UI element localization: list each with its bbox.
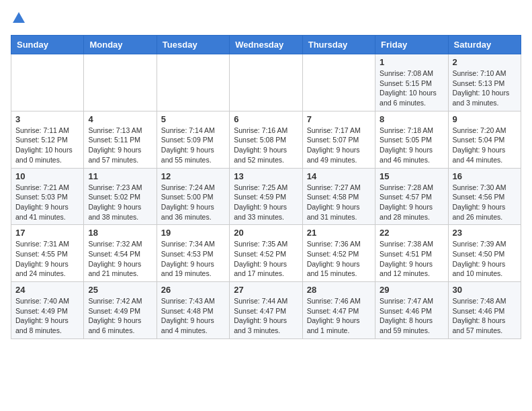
calendar-table: SundayMondayTuesdayWednesdayThursdayFrid… xyxy=(11,35,521,339)
day-info: Sunrise: 7:13 AM Sunset: 5:11 PM Dayligh… xyxy=(88,126,152,165)
day-info: Sunrise: 7:25 AM Sunset: 4:59 PM Dayligh… xyxy=(234,183,298,222)
calendar-cell: 6Sunrise: 7:16 AM Sunset: 5:08 PM Daylig… xyxy=(230,111,302,168)
calendar-cell: 2Sunrise: 7:10 AM Sunset: 5:13 PM Daylig… xyxy=(448,54,521,111)
day-number: 17 xyxy=(15,228,79,238)
calendar-cell: 29Sunrise: 7:47 AM Sunset: 4:46 PM Dayli… xyxy=(375,282,448,339)
day-number: 5 xyxy=(161,114,225,124)
calendar-cell: 5Sunrise: 7:14 AM Sunset: 5:09 PM Daylig… xyxy=(157,111,229,168)
calendar-cell xyxy=(157,54,229,111)
calendar-cell xyxy=(11,54,84,111)
day-info: Sunrise: 7:18 AM Sunset: 5:05 PM Dayligh… xyxy=(380,126,443,165)
day-info: Sunrise: 7:28 AM Sunset: 4:57 PM Dayligh… xyxy=(380,183,443,222)
day-number: 16 xyxy=(453,171,517,181)
day-number: 28 xyxy=(307,285,371,295)
day-info: Sunrise: 7:16 AM Sunset: 5:08 PM Dayligh… xyxy=(234,126,298,165)
day-number: 24 xyxy=(15,285,79,295)
calendar-cell: 8Sunrise: 7:18 AM Sunset: 5:05 PM Daylig… xyxy=(375,111,448,168)
day-number: 19 xyxy=(161,228,225,238)
col-header-friday: Friday xyxy=(375,36,448,54)
day-info: Sunrise: 7:11 AM Sunset: 5:12 PM Dayligh… xyxy=(15,126,79,165)
day-info: Sunrise: 7:44 AM Sunset: 4:47 PM Dayligh… xyxy=(234,296,298,336)
day-info: Sunrise: 7:36 AM Sunset: 4:52 PM Dayligh… xyxy=(307,239,371,279)
day-info: Sunrise: 7:48 AM Sunset: 4:46 PM Dayligh… xyxy=(453,296,517,336)
calendar-cell: 7Sunrise: 7:17 AM Sunset: 5:07 PM Daylig… xyxy=(302,111,375,168)
day-info: Sunrise: 7:31 AM Sunset: 4:55 PM Dayligh… xyxy=(15,239,79,279)
calendar-cell: 22Sunrise: 7:38 AM Sunset: 4:51 PM Dayli… xyxy=(375,225,448,282)
day-number: 9 xyxy=(453,114,517,124)
day-number: 12 xyxy=(161,171,225,181)
page-header xyxy=(11,11,521,30)
calendar-cell: 15Sunrise: 7:28 AM Sunset: 4:57 PM Dayli… xyxy=(375,168,448,225)
day-info: Sunrise: 7:23 AM Sunset: 5:02 PM Dayligh… xyxy=(88,183,152,222)
calendar-cell: 4Sunrise: 7:13 AM Sunset: 5:11 PM Daylig… xyxy=(84,111,157,168)
day-number: 7 xyxy=(307,114,371,124)
col-header-tuesday: Tuesday xyxy=(157,36,229,54)
calendar-cell: 23Sunrise: 7:39 AM Sunset: 4:50 PM Dayli… xyxy=(448,225,521,282)
col-header-sunday: Sunday xyxy=(11,36,84,54)
day-number: 21 xyxy=(307,228,371,238)
day-info: Sunrise: 7:46 AM Sunset: 4:47 PM Dayligh… xyxy=(307,296,371,336)
day-info: Sunrise: 7:39 AM Sunset: 4:50 PM Dayligh… xyxy=(453,239,517,279)
calendar-cell: 1Sunrise: 7:08 AM Sunset: 5:15 PM Daylig… xyxy=(375,54,448,111)
col-header-thursday: Thursday xyxy=(302,36,375,54)
day-info: Sunrise: 7:14 AM Sunset: 5:09 PM Dayligh… xyxy=(161,126,225,165)
day-number: 1 xyxy=(380,57,443,67)
day-info: Sunrise: 7:34 AM Sunset: 4:53 PM Dayligh… xyxy=(161,239,225,279)
calendar-cell: 13Sunrise: 7:25 AM Sunset: 4:59 PM Dayli… xyxy=(230,168,302,225)
day-info: Sunrise: 7:35 AM Sunset: 4:52 PM Dayligh… xyxy=(234,239,298,279)
calendar-cell: 26Sunrise: 7:43 AM Sunset: 4:48 PM Dayli… xyxy=(157,282,229,339)
day-number: 4 xyxy=(88,114,152,124)
day-info: Sunrise: 7:40 AM Sunset: 4:49 PM Dayligh… xyxy=(15,296,79,336)
logo xyxy=(11,11,26,30)
day-number: 10 xyxy=(15,171,79,181)
day-info: Sunrise: 7:24 AM Sunset: 5:00 PM Dayligh… xyxy=(161,183,225,222)
calendar-cell xyxy=(84,54,157,111)
day-info: Sunrise: 7:32 AM Sunset: 4:54 PM Dayligh… xyxy=(88,239,152,279)
calendar-cell: 14Sunrise: 7:27 AM Sunset: 4:58 PM Dayli… xyxy=(302,168,375,225)
col-header-wednesday: Wednesday xyxy=(230,36,302,54)
day-info: Sunrise: 7:38 AM Sunset: 4:51 PM Dayligh… xyxy=(380,239,443,279)
day-number: 26 xyxy=(161,285,225,295)
calendar-cell: 27Sunrise: 7:44 AM Sunset: 4:47 PM Dayli… xyxy=(230,282,302,339)
day-info: Sunrise: 7:17 AM Sunset: 5:07 PM Dayligh… xyxy=(307,126,371,165)
day-number: 23 xyxy=(453,228,517,238)
calendar-cell: 21Sunrise: 7:36 AM Sunset: 4:52 PM Dayli… xyxy=(302,225,375,282)
day-info: Sunrise: 7:30 AM Sunset: 4:56 PM Dayligh… xyxy=(453,183,517,222)
calendar-cell: 11Sunrise: 7:23 AM Sunset: 5:02 PM Dayli… xyxy=(84,168,157,225)
day-number: 2 xyxy=(453,57,517,67)
calendar-cell: 25Sunrise: 7:42 AM Sunset: 4:49 PM Dayli… xyxy=(84,282,157,339)
day-number: 6 xyxy=(234,114,298,124)
calendar-cell: 12Sunrise: 7:24 AM Sunset: 5:00 PM Dayli… xyxy=(157,168,229,225)
calendar-cell: 17Sunrise: 7:31 AM Sunset: 4:55 PM Dayli… xyxy=(11,225,84,282)
day-info: Sunrise: 7:21 AM Sunset: 5:03 PM Dayligh… xyxy=(15,183,79,222)
day-info: Sunrise: 7:20 AM Sunset: 5:04 PM Dayligh… xyxy=(453,126,517,165)
calendar-cell xyxy=(302,54,375,111)
svg-marker-0 xyxy=(13,12,25,23)
day-number: 8 xyxy=(380,114,443,124)
day-number: 18 xyxy=(88,228,152,238)
day-number: 29 xyxy=(380,285,443,295)
calendar-cell: 16Sunrise: 7:30 AM Sunset: 4:56 PM Dayli… xyxy=(448,168,521,225)
calendar-cell: 20Sunrise: 7:35 AM Sunset: 4:52 PM Dayli… xyxy=(230,225,302,282)
calendar-cell: 18Sunrise: 7:32 AM Sunset: 4:54 PM Dayli… xyxy=(84,225,157,282)
day-number: 13 xyxy=(234,171,298,181)
day-info: Sunrise: 7:08 AM Sunset: 5:15 PM Dayligh… xyxy=(380,68,443,108)
logo-icon xyxy=(11,11,26,26)
calendar-cell: 24Sunrise: 7:40 AM Sunset: 4:49 PM Dayli… xyxy=(11,282,84,339)
calendar-cell: 28Sunrise: 7:46 AM Sunset: 4:47 PM Dayli… xyxy=(302,282,375,339)
calendar-cell: 9Sunrise: 7:20 AM Sunset: 5:04 PM Daylig… xyxy=(448,111,521,168)
calendar-cell: 30Sunrise: 7:48 AM Sunset: 4:46 PM Dayli… xyxy=(448,282,521,339)
day-info: Sunrise: 7:47 AM Sunset: 4:46 PM Dayligh… xyxy=(380,296,443,336)
day-number: 30 xyxy=(453,285,517,295)
day-info: Sunrise: 7:27 AM Sunset: 4:58 PM Dayligh… xyxy=(307,183,371,222)
day-number: 15 xyxy=(380,171,443,181)
calendar-cell: 3Sunrise: 7:11 AM Sunset: 5:12 PM Daylig… xyxy=(11,111,84,168)
day-number: 27 xyxy=(234,285,298,295)
day-info: Sunrise: 7:10 AM Sunset: 5:13 PM Dayligh… xyxy=(453,68,517,108)
day-number: 3 xyxy=(15,114,79,124)
day-number: 20 xyxy=(234,228,298,238)
day-number: 14 xyxy=(307,171,371,181)
day-number: 11 xyxy=(88,171,152,181)
calendar-cell: 10Sunrise: 7:21 AM Sunset: 5:03 PM Dayli… xyxy=(11,168,84,225)
calendar-cell xyxy=(230,54,302,111)
